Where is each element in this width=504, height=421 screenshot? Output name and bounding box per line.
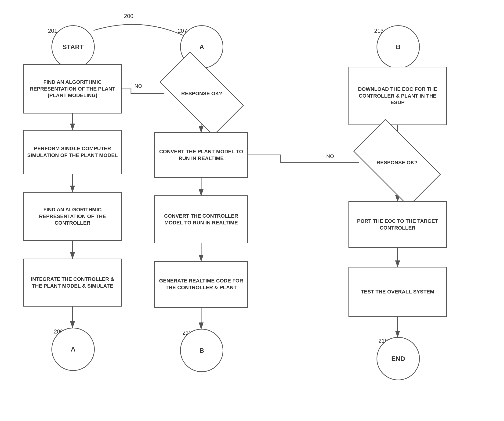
node-211: GENERATE REALTIME CODE FOR THE CONTROLLE… <box>154 261 248 308</box>
node-215-diamond: RESPONSE OK? <box>358 140 436 186</box>
no-label-2: NO <box>326 153 334 159</box>
node-214: DOWNLOAD THE EOC FOR THE CONTROLLER & PL… <box>348 67 447 125</box>
node-212-circle-b: B <box>180 329 223 372</box>
flowchart-diagram: 201 200 202 203 204 205 206 207 208 209 … <box>0 0 504 421</box>
node-205: INTEGRATE THE CONTROLLER & THE PLANT MOD… <box>23 259 122 307</box>
node-208-diamond: RESPONSE OK? <box>164 72 240 115</box>
node-203: PERFORM SINGLE COMPUTER SIMULATION OF TH… <box>23 130 122 174</box>
node-216: PORT THE EOC TO THE TARGET CONTROLLER <box>348 201 447 248</box>
node-202: FIND AN ALGORITHMIC REPRESENTATION OF TH… <box>23 64 122 114</box>
node-204: FIND AN ALGORITHMIC REPRESENTATION OF TH… <box>23 192 122 241</box>
ref-201: 201 <box>48 28 57 34</box>
end-node: END <box>377 337 420 380</box>
node-217: TEST THE OVERALL SYSTEM <box>348 267 447 317</box>
ref-200: 200 <box>124 13 133 19</box>
node-209: CONVERT THE PLANT MODEL TO RUN IN REALTI… <box>154 132 248 178</box>
node-213-circle-b: B <box>377 25 420 69</box>
no-label-1: NO <box>134 83 142 89</box>
node-206-circle-a: A <box>51 328 95 371</box>
node-210: CONVERT THE CONTROLLER MODEL TO RUN IN R… <box>154 195 248 243</box>
start-node: START <box>51 25 95 69</box>
